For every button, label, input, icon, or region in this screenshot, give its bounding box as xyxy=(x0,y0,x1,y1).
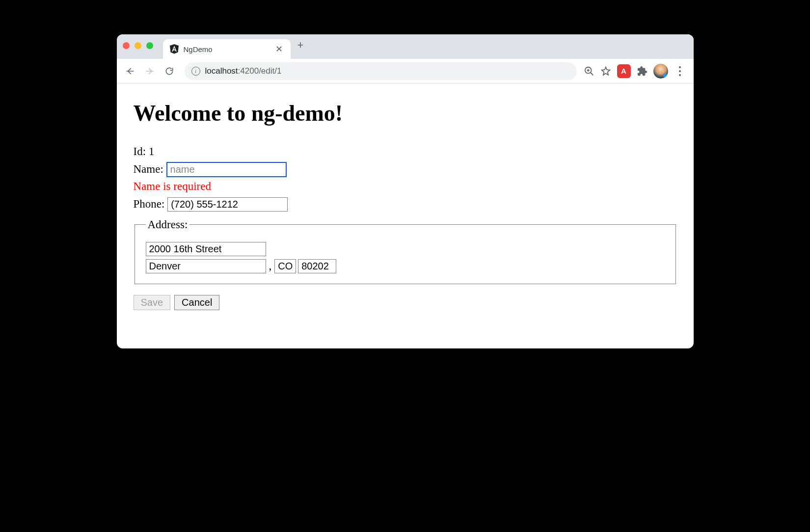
name-input[interactable] xyxy=(166,162,287,177)
address-comma: , xyxy=(268,257,273,275)
name-label: Name: xyxy=(134,163,163,175)
svg-line-1 xyxy=(590,72,593,75)
street-input[interactable] xyxy=(146,242,266,256)
close-window-button[interactable] xyxy=(123,42,130,49)
window-controls xyxy=(123,42,153,51)
cancel-button[interactable]: Cancel xyxy=(174,295,219,310)
page-content: Welcome to ng-demo! Id: 1 Name: Name is … xyxy=(117,83,694,348)
address-fieldset: Address: , xyxy=(135,216,676,284)
bookmark-star-icon[interactable] xyxy=(600,66,611,77)
window-titlebar: NgDemo ✕ + xyxy=(117,34,694,59)
address-bar[interactable]: i localhost:4200/edit/1 xyxy=(185,62,577,80)
forward-button[interactable] xyxy=(141,63,158,80)
id-value: 1 xyxy=(149,145,155,158)
state-input[interactable] xyxy=(274,259,296,273)
phone-label: Phone: xyxy=(134,198,165,210)
close-tab-icon[interactable]: ✕ xyxy=(274,44,284,54)
address-legend: Address: xyxy=(146,216,190,234)
maximize-window-button[interactable] xyxy=(146,42,153,49)
page-heading: Welcome to ng-demo! xyxy=(134,100,677,126)
arrow-right-icon xyxy=(145,66,155,76)
extensions-icon[interactable] xyxy=(637,66,648,77)
toolbar-right: A xyxy=(584,64,689,79)
phone-row: Phone: xyxy=(134,195,677,213)
city-input[interactable] xyxy=(146,259,266,273)
name-row: Name: xyxy=(134,160,677,178)
zoom-icon[interactable] xyxy=(584,66,594,77)
profile-avatar[interactable] xyxy=(653,64,668,79)
tab-title: NgDemo xyxy=(184,45,270,53)
form-actions: Save Cancel xyxy=(134,295,677,310)
reload-button[interactable] xyxy=(161,63,178,80)
site-info-icon[interactable]: i xyxy=(191,67,200,76)
address-city-state-zip: , xyxy=(146,257,665,275)
save-button[interactable]: Save xyxy=(134,295,171,310)
id-label: Id: xyxy=(134,145,146,158)
url-text: localhost:4200/edit/1 xyxy=(205,66,282,76)
browser-toolbar: i localhost:4200/edit/1 A xyxy=(117,59,694,83)
browser-menu-button[interactable] xyxy=(674,66,686,76)
phone-input[interactable] xyxy=(167,197,288,212)
edit-form: Id: 1 Name: Name is required Phone: Addr… xyxy=(134,143,677,310)
arrow-left-icon xyxy=(125,66,135,76)
reload-icon xyxy=(164,66,174,76)
id-row: Id: 1 xyxy=(134,143,677,160)
back-button[interactable] xyxy=(122,63,138,80)
angular-icon xyxy=(170,44,179,54)
minimize-window-button[interactable] xyxy=(135,42,141,49)
zip-input[interactable] xyxy=(298,259,336,273)
browser-window: NgDemo ✕ + i localhost:4200/edit/1 xyxy=(117,34,694,348)
browser-tab[interactable]: NgDemo ✕ xyxy=(163,39,291,59)
angular-devtools-extension-icon[interactable]: A xyxy=(617,64,631,78)
new-tab-button[interactable]: + xyxy=(291,39,311,54)
name-error-message: Name is required xyxy=(134,178,677,195)
